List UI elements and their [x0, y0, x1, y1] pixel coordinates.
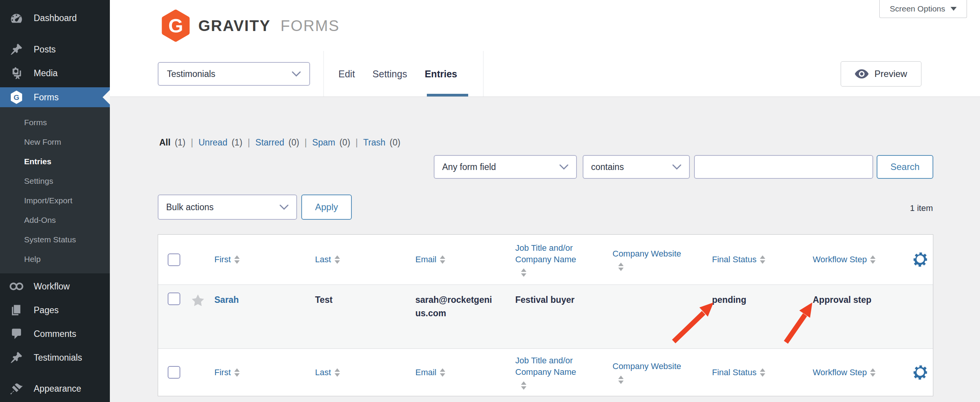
pin-icon: [9, 351, 24, 364]
sort-icon: [760, 368, 765, 377]
admin-sidebar: Dashboard Posts Media G Forms Forms New …: [0, 0, 110, 402]
search-field-dropdown[interactable]: Any form field: [434, 155, 577, 179]
sidebar-item-media[interactable]: Media: [0, 62, 110, 84]
pages-icon: [9, 304, 24, 317]
column-header-company-website[interactable]: Company Website: [608, 361, 707, 384]
tab-edit[interactable]: Edit: [338, 69, 355, 80]
table-footer-row: First Last Email Job Title and/or Compan…: [158, 349, 933, 396]
sort-icon: [234, 255, 240, 264]
sort-icon: [440, 255, 445, 264]
column-header-last[interactable]: Last: [310, 368, 411, 377]
form-tabs: Edit Settings Entries: [338, 51, 457, 97]
column-header-last[interactable]: Last: [310, 255, 411, 265]
sidebar-item-workflow[interactable]: Workflow: [0, 275, 110, 297]
entry-workflow-step: Approval step: [808, 285, 908, 348]
column-settings-gear-button[interactable]: [908, 251, 933, 268]
sidebar-item-comments[interactable]: Comments: [0, 323, 110, 345]
column-header-final-status[interactable]: Final Status: [707, 368, 808, 377]
annotation-arrow-workflow-step: [783, 301, 817, 345]
annotation-arrow-final-status: [670, 301, 718, 345]
sidebar-item-label: Forms: [34, 92, 59, 103]
select-all-checkbox[interactable]: [168, 253, 180, 266]
sort-icon: [234, 368, 240, 377]
sidebar-item-appearance[interactable]: Appearance: [0, 377, 110, 400]
sort-icon: [870, 368, 875, 377]
search-button[interactable]: Search: [877, 155, 933, 179]
form-selector-dropdown[interactable]: Testimonials: [158, 62, 310, 86]
sort-icon: [335, 255, 340, 264]
gear-icon: [911, 251, 929, 268]
sort-icon: [440, 368, 445, 377]
sidebar-item-testimonials[interactable]: Testimonials: [0, 346, 110, 369]
filter-starred[interactable]: Starred: [255, 137, 284, 148]
entry-filters: All(1) | Unread(1) | Starred(0) | Spam(0…: [159, 137, 400, 148]
sidebar-item-posts[interactable]: Posts: [0, 38, 110, 60]
svg-text:G: G: [168, 15, 183, 37]
column-header-first[interactable]: First: [210, 368, 310, 377]
sidebar-item-dashboard[interactable]: Dashboard: [0, 7, 110, 29]
preview-button[interactable]: Preview: [841, 61, 921, 87]
filter-spam[interactable]: Spam: [312, 137, 335, 148]
column-settings-gear-button[interactable]: [908, 364, 933, 381]
submenu-item-new-form[interactable]: New Form: [0, 132, 110, 152]
column-header-workflow-step[interactable]: Workflow Step: [808, 368, 908, 377]
toolbar-divider: [483, 51, 483, 96]
star-toggle[interactable]: [186, 285, 210, 348]
column-header-first[interactable]: First: [210, 255, 310, 265]
submenu-item-forms[interactable]: Forms: [0, 113, 110, 132]
sidebar-item-forms[interactable]: G Forms: [0, 87, 110, 107]
filter-trash[interactable]: Trash: [363, 137, 385, 148]
gravity-forms-icon: G: [9, 90, 24, 104]
column-header-email[interactable]: Email: [411, 368, 511, 377]
active-tab-underline: [427, 94, 468, 96]
column-header-company-website[interactable]: Company Website: [608, 248, 707, 271]
sort-icon: [870, 255, 875, 264]
infinity-icon: [9, 281, 24, 292]
submenu-item-import-export[interactable]: Import/Export: [0, 191, 110, 210]
chevron-down-icon: [292, 71, 301, 77]
sidebar-item-label: Testimonials: [34, 353, 82, 363]
sidebar-item-pages[interactable]: Pages: [0, 299, 110, 321]
column-header-workflow-step[interactable]: Workflow Step: [808, 255, 908, 265]
submenu-item-settings[interactable]: Settings: [0, 171, 110, 191]
entry-first-name-link[interactable]: Sarah: [210, 285, 310, 348]
sort-icon: [521, 381, 608, 390]
screen-options-button[interactable]: Screen Options: [879, 0, 967, 18]
chevron-down-icon: [559, 164, 568, 170]
filter-unread[interactable]: Unread: [199, 137, 227, 148]
apply-button[interactable]: Apply: [301, 194, 352, 220]
column-header-email[interactable]: Email: [411, 255, 511, 265]
sidebar-item-label: Comments: [34, 329, 76, 339]
column-header-final-status[interactable]: Final Status: [707, 255, 808, 265]
column-header-job-title[interactable]: Job Title and/or Company Name: [511, 242, 608, 277]
forms-submenu: Forms New Form Entries Settings Import/E…: [0, 107, 110, 273]
gravity-forms-logo-icon: G: [161, 9, 191, 42]
search-input[interactable]: [694, 155, 873, 179]
search-operator-dropdown[interactable]: contains: [583, 155, 690, 179]
select-all-checkbox[interactable]: [168, 366, 180, 379]
camera-icon: [9, 67, 24, 80]
sort-icon: [618, 376, 707, 384]
column-header-job-title[interactable]: Job Title and/or Company Name: [511, 355, 608, 389]
form-toolbar: Testimonials Edit Settings Entries Previ…: [110, 51, 980, 97]
submenu-item-add-ons[interactable]: Add-Ons: [0, 210, 110, 230]
submenu-item-system-status[interactable]: System Status: [0, 230, 110, 249]
tab-entries[interactable]: Entries: [425, 69, 457, 80]
page-header: G GRAVITY FORMS Screen Options: [110, 0, 980, 51]
sort-icon: [521, 268, 608, 277]
table-header-row: First Last Email Job Title and/or Compan…: [158, 235, 933, 284]
submenu-item-help[interactable]: Help: [0, 249, 110, 269]
chevron-down-icon: [279, 204, 289, 210]
sort-icon: [760, 255, 765, 264]
submenu-item-entries[interactable]: Entries: [0, 152, 110, 171]
gravity-forms-entries-page: { "sidebar": { "items": [ { "label": "Da…: [0, 0, 980, 402]
entry-job-title: Festival buyer: [511, 285, 608, 348]
filter-all[interactable]: All: [159, 137, 170, 148]
row-checkbox[interactable]: [168, 293, 180, 305]
tab-settings[interactable]: Settings: [372, 69, 407, 80]
comment-icon: [9, 327, 24, 340]
star-icon: [191, 293, 205, 308]
svg-text:G: G: [14, 93, 20, 101]
bulk-actions-dropdown[interactable]: Bulk actions: [158, 194, 297, 220]
gravity-forms-logo: G GRAVITY FORMS: [161, 9, 340, 42]
